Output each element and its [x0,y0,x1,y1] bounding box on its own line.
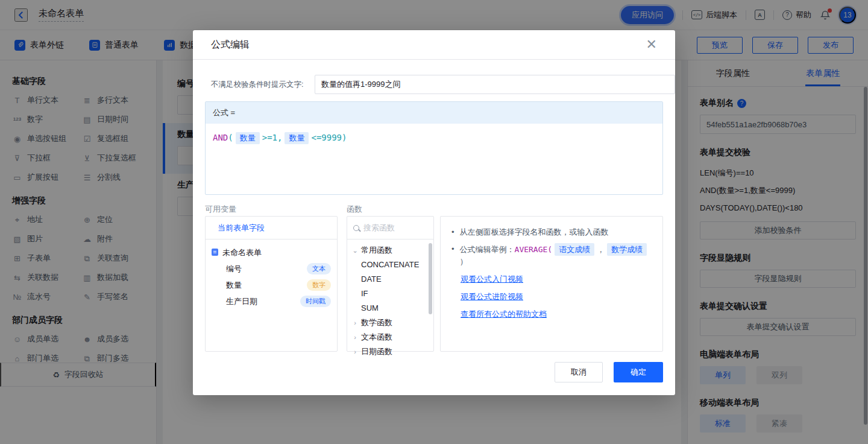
modal-header: 公式编辑 ✕ [193,30,675,60]
functions-label: 函数 [347,204,362,215]
formula-body[interactable]: AND(数量>=1,数量<=9999) [206,124,662,153]
tree-root-form[interactable]: 未命名表单 [212,244,331,261]
formula-operator: <=9999 [311,133,342,142]
variable-name: 编号 [226,264,242,274]
confirm-button[interactable]: 确定 [614,362,663,382]
variables-label: 可用变量 [205,204,236,215]
func-group-common[interactable]: ⌄ 常用函数 [352,243,392,258]
help-text: 从左侧面板选择字段名和函数，或输入函数 [460,226,609,238]
link-formula-intro-video[interactable]: 观看公式入门视频 [461,274,523,285]
link-formula-advanced-video[interactable]: 观看公式进阶视频 [461,291,523,302]
field-chip-quantity[interactable]: 数量 [236,132,260,144]
tip-label: 不满足校验条件时提示文字: [211,80,303,90]
field-chip-quantity[interactable]: 数量 [285,132,309,144]
variables-tree: 未命名表单 编号 文本 数量 数字 生产日期 时间戳 [206,239,337,314]
help-line-2: 公式编辑举例：AVERAGE(语文成绩，数学成绩） [451,243,652,267]
formula-edit-modal: 公式编辑 ✕ 不满足校验条件时提示文字: 公式 = AND(数量>=1,数量<=… [193,30,675,395]
form-doc-icon [212,249,219,256]
link-formula-help-docs[interactable]: 查看所有公式的帮助文档 [461,309,547,320]
cancel-button[interactable]: 取消 [555,362,603,382]
chevron-down-icon: ⌄ [352,247,358,255]
help-line-1: 从左侧面板选择字段名和函数，或输入函数 [451,226,652,238]
function-search[interactable]: 搜索函数 [347,217,433,239]
func-group-label: 文本函数 [361,332,392,343]
variables-panel: 当前表单字段 未命名表单 编号 文本 数量 数字 生产日期 时间戳 [205,216,338,352]
formula-header: 公式 = [206,102,662,124]
type-tag-timestamp: 时间戳 [300,296,331,307]
formula-open-paren: ( [228,133,233,142]
tab-current-form-fields[interactable]: 当前表单字段 [206,217,337,239]
example-separator: ， [597,245,605,254]
functions-panel: 搜索函数 ⌄ 常用函数 CONCATENATE DATE IF SUM › 数学… [347,216,434,352]
search-placeholder: 搜索函数 [363,223,395,233]
chevron-right-icon: › [352,334,358,341]
example-function: AVERAGE( [515,245,553,254]
variable-name: 生产日期 [226,296,257,307]
variable-row-production-date[interactable]: 生产日期 时间戳 [212,293,331,309]
func-item-concatenate[interactable]: CONCATENATE [352,258,433,272]
type-tag-text: 文本 [307,263,331,274]
form-builder-page: 未命名表单 应用访问 </> 后端脚本 A ? 帮助 13 [0,0,868,444]
tip-text-input[interactable] [315,75,675,94]
formula-operator: >=1, [262,133,283,142]
help-panel: 从左侧面板选择字段名和函数，或输入函数 公式编辑举例：AVERAGE(语文成绩，… [440,216,663,352]
scrollbar[interactable] [429,243,432,314]
formula-keyword: AND [213,133,228,142]
func-group-math[interactable]: › 数学函数 [352,316,392,330]
variable-row-number-id[interactable]: 编号 文本 [212,261,331,277]
variable-name: 数量 [226,280,242,291]
func-item-date[interactable]: DATE [352,272,433,287]
func-group-label: 日期函数 [361,346,392,357]
func-group-label: 常用函数 [361,245,392,256]
type-tag-number: 数字 [307,279,331,291]
modal-title: 公式编辑 [211,39,250,51]
close-icon[interactable]: ✕ [646,38,657,51]
func-group-label: 数学函数 [361,317,392,328]
field-chip-math-score: 数学成绩 [607,243,647,256]
field-chip-chinese-score: 语文成绩 [555,243,594,256]
help-example: 公式编辑举例：AVERAGE(语文成绩，数学成绩） [460,243,652,267]
formula-editor[interactable]: 公式 = AND(数量>=1,数量<=9999) [205,101,663,195]
formula-close-paren: ) [342,133,347,142]
func-item-sum[interactable]: SUM [352,301,433,316]
variable-row-quantity[interactable]: 数量 数字 [212,277,331,293]
chevron-right-icon: › [352,348,358,355]
chevron-right-icon: › [352,319,358,326]
tree-root-label: 未命名表单 [222,247,262,258]
search-icon [353,225,359,231]
tip-row: 不满足校验条件时提示文字: [211,75,303,94]
functions-tree: ⌄ 常用函数 CONCATENATE DATE IF SUM › 数学函数 › … [347,239,433,359]
func-item-if[interactable]: IF [352,287,433,301]
example-prefix: 公式编辑举例： [460,245,515,254]
func-group-date[interactable]: › 日期函数 [352,344,392,359]
func-group-text[interactable]: › 文本函数 [352,330,392,344]
example-close: ） [460,257,468,266]
